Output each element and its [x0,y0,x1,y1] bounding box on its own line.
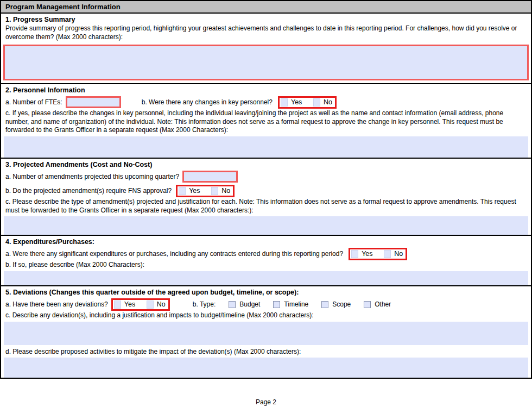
budget-checkbox[interactable] [229,301,236,308]
deviations-yesno-group: Yes No [111,298,170,311]
progress-summary-textarea[interactable] [3,45,529,80]
expenditures-yes-label: Yes [362,250,372,258]
program-management-form: Program Management Information 1. Progre… [0,0,532,379]
deviation-type-timeline-option: Timeline [273,300,308,308]
section-progress-summary: 1. Progress Summary Provide summary of p… [1,14,531,84]
deviations-question-label: a. Have there been any deviations? [5,300,108,308]
timeline-checkbox[interactable] [273,301,280,308]
fns-approval-no-checkbox[interactable] [211,187,218,195]
section-expenditures-purchases: 4. Expenditures/Purchases: a. Were there… [1,236,531,286]
key-personnel-no-checkbox[interactable] [313,98,320,107]
personnel-fields-row: a. Number of FTEs: b. Were there any cha… [1,95,531,109]
deviations-describe-textarea[interactable] [4,322,528,345]
timeline-label: Timeline [284,300,308,308]
deviations-yes-checkbox[interactable] [114,300,121,309]
key-personnel-no-label: No [324,98,332,106]
amendments-approval-row: b. Do the projected amendment(s) require… [1,184,531,198]
personnel-describe-label: c. If yes, please describe the changes i… [1,109,531,135]
section-1-prompt: Provide summary of progress this reporti… [1,24,531,41]
expenditures-question-row: a. Were there any significant expenditur… [1,247,531,261]
section-2-heading: 2. Personnel Information [1,85,531,95]
section-1-heading: 1. Progress Summary [1,14,531,24]
deviation-type-label: b. Type: [193,300,216,308]
personnel-describe-textarea[interactable] [4,136,528,159]
deviations-no-checkbox[interactable] [147,300,154,309]
mitigation-describe-label: d. Please describe proposed activities t… [1,345,531,356]
expenditures-question-label: a. Were there any significant expenditur… [5,250,343,258]
ftes-input[interactable] [66,96,121,108]
section-personnel-information: 2. Personnel Information a. Number of FT… [1,84,531,159]
other-label: Other [375,300,391,308]
deviation-type-scope-option: Scope [321,300,351,308]
page-number: Page 2 [256,398,276,406]
section-projected-amendments: 3. Projected Amendments (Cost and No-Cos… [1,159,531,236]
key-personnel-yes-label: Yes [291,98,302,106]
section-3-heading: 3. Projected Amendments (Cost and No-Cos… [1,159,531,170]
expenditures-yes-checkbox[interactable] [351,250,358,258]
expenditures-describe-label: b. If so, please describe (Max 2000 Char… [1,261,531,270]
fns-approval-yes-checkbox[interactable] [179,187,186,195]
page-footer: Page 2 [0,379,532,406]
scope-label: Scope [332,300,351,308]
fns-approval-no-label: No [221,187,230,195]
deviations-question-row: a. Have there been any deviations? Yes N… [1,297,531,311]
amendments-count-row: a. Number of amendments projected this u… [1,170,531,184]
key-personnel-change-label: b. Were there any changes in key personn… [142,98,273,106]
expenditures-no-label: No [394,250,403,258]
amendments-count-label: a. Number of amendments projected this u… [5,173,179,180]
page: { "header": { "title": "Program Manageme… [0,0,532,407]
deviations-yes-label: Yes [124,300,135,308]
expenditures-describe-textarea[interactable] [4,271,528,287]
fns-approval-yes-label: Yes [189,187,200,195]
amendments-describe-textarea[interactable] [4,216,528,236]
section-5-heading: 5. Deviations (Changes this quarter outs… [1,287,531,297]
budget-label: Budget [239,300,260,308]
deviation-type-other-option: Other [364,300,391,308]
expenditures-yesno-group: Yes No [349,248,407,260]
deviation-type-budget-option: Budget [229,300,260,308]
form-title: Program Management Information [5,3,121,11]
deviations-no-label: No [157,300,166,308]
scope-checkbox[interactable] [321,301,328,308]
mitigation-describe-textarea[interactable] [4,358,528,378]
section-4-heading: 4. Expenditures/Purchases: [1,236,531,247]
amendments-count-input[interactable] [182,171,238,183]
fns-approval-yesno-group: Yes No [176,185,235,197]
fns-approval-label: b. Do the projected amendment(s) require… [5,187,172,195]
expenditures-no-checkbox[interactable] [384,250,391,258]
amendments-describe-label: c. Please describe the type of amendment… [1,198,531,215]
key-personnel-yes-checkbox[interactable] [281,98,288,107]
ftes-label: a. Number of FTEs: [5,98,62,106]
section-deviations: 5. Deviations (Changes this quarter outs… [1,286,531,378]
key-personnel-change-yesno-group: Yes No [278,96,337,109]
deviations-describe-label: c. Describe any deviation(s), including … [1,311,531,320]
form-title-bar: Program Management Information [1,1,531,14]
other-checkbox[interactable] [364,301,371,308]
